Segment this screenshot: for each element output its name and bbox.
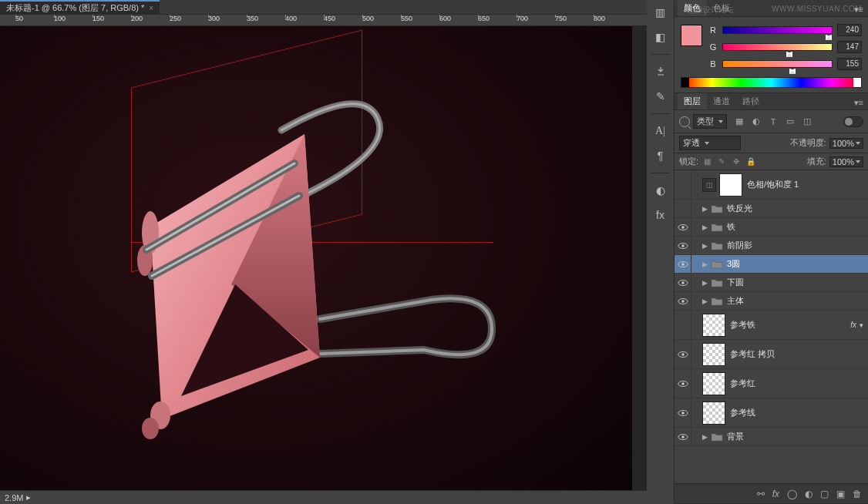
- svg-point-7: [681, 244, 685, 247]
- layer-mask-icon[interactable]: ◯: [787, 489, 797, 499]
- expand-arrow-icon[interactable]: ▶: [702, 297, 710, 305]
- close-icon[interactable]: ×: [149, 4, 153, 12]
- folder-icon: [710, 277, 724, 288]
- opacity-label: 不透明度:: [790, 137, 826, 149]
- layer-thumb: [702, 343, 725, 366]
- layer-row[interactable]: ▶铁: [675, 218, 868, 237]
- layer-name: 色相/饱和度 1: [747, 179, 863, 190]
- doc-size: 2.9M: [5, 493, 23, 502]
- lock-transparency-icon[interactable]: ▦: [701, 157, 712, 166]
- layer-name: 3圆: [727, 258, 863, 270]
- lock-label: 锁定:: [679, 156, 698, 167]
- adjustments-icon[interactable]: ◐: [651, 181, 671, 200]
- filter-pixel-icon[interactable]: ▦: [733, 116, 745, 127]
- expand-arrow-icon[interactable]: ▶: [702, 260, 710, 268]
- layer-row[interactable]: ▶主体: [675, 292, 868, 311]
- layer-name: 铁反光: [727, 203, 863, 214]
- tab-channels[interactable]: 通道: [707, 93, 736, 109]
- canvas-area[interactable]: [0, 26, 647, 490]
- navigator-icon[interactable]: ◧: [651, 28, 671, 46]
- mask-thumb: [719, 173, 742, 197]
- fill-label: 填充:: [807, 156, 826, 167]
- layer-row[interactable]: ▶3圆: [675, 255, 868, 274]
- visibility-icon[interactable]: [675, 255, 691, 273]
- r-value[interactable]: 240: [837, 24, 862, 36]
- lock-pixels-icon[interactable]: ✎: [716, 157, 727, 166]
- visibility-icon[interactable]: [675, 369, 691, 398]
- panel-menu-icon[interactable]: ▾≡: [849, 96, 868, 109]
- layer-row[interactable]: 参考红 拷贝: [675, 340, 868, 369]
- folder-icon: [710, 222, 724, 233]
- svg-point-15: [681, 353, 685, 356]
- tab-paths[interactable]: 路径: [736, 93, 765, 109]
- visibility-icon[interactable]: [675, 398, 691, 427]
- layer-row[interactable]: ▶铁反光: [675, 200, 868, 218]
- new-group-icon[interactable]: ▢: [820, 489, 829, 499]
- document-title: 未标题-1 @ 66.7% (图层 7, RGB/8) *: [6, 2, 144, 14]
- b-value[interactable]: 155: [837, 58, 862, 70]
- expand-arrow-icon[interactable]: ▶: [702, 279, 710, 287]
- brush-icon[interactable]: [651, 62, 671, 81]
- layer-row[interactable]: ▶前阴影: [675, 237, 868, 255]
- lock-position-icon[interactable]: ✥: [731, 157, 742, 166]
- layer-row[interactable]: ▶背景: [675, 428, 868, 446]
- filter-toggle[interactable]: [843, 116, 863, 127]
- layer-row[interactable]: ▶下圆: [675, 274, 868, 292]
- layer-row[interactable]: ◫色相/饱和度 1: [675, 170, 868, 200]
- paragraph-icon[interactable]: ¶: [651, 146, 671, 165]
- svg-point-5: [681, 226, 685, 229]
- b-slider[interactable]: [722, 60, 833, 68]
- expand-arrow-icon[interactable]: ▶: [702, 433, 710, 441]
- layer-name: 前阴影: [727, 240, 863, 251]
- g-slider[interactable]: [722, 43, 833, 51]
- expand-arrow-icon[interactable]: ▶: [702, 223, 710, 231]
- svg-point-21: [681, 435, 685, 438]
- filter-adjust-icon[interactable]: ◐: [750, 116, 762, 127]
- layer-thumb: [702, 372, 725, 395]
- search-icon[interactable]: [679, 116, 690, 127]
- visibility-icon[interactable]: [675, 218, 691, 236]
- lock-all-icon[interactable]: 🔒: [745, 157, 756, 166]
- visibility-icon[interactable]: [675, 340, 691, 368]
- visibility-icon[interactable]: [675, 428, 691, 445]
- opacity-value[interactable]: 100%: [829, 138, 863, 149]
- expand-arrow-icon[interactable]: ▶: [702, 205, 710, 213]
- blend-mode-dropdown[interactable]: 穿透: [679, 136, 741, 150]
- layer-name: 主体: [727, 295, 863, 307]
- histogram-icon[interactable]: ▥: [651, 3, 671, 22]
- layer-fx-icon[interactable]: fx: [772, 489, 779, 499]
- layer-row[interactable]: 参考铁fx▾: [675, 311, 868, 340]
- visibility-icon[interactable]: [675, 237, 691, 254]
- delete-layer-icon[interactable]: 🗑: [853, 489, 862, 499]
- visibility-icon[interactable]: [675, 274, 691, 291]
- watermark-url: WWW.MISSYUAN.COM: [772, 5, 862, 13]
- tab-layers[interactable]: 图层: [678, 93, 707, 109]
- visibility-icon[interactable]: [675, 170, 691, 199]
- link-layers-icon[interactable]: ⚯: [757, 489, 765, 499]
- expand-arrow-icon[interactable]: ▶: [702, 242, 710, 250]
- adjustment-layer-icon[interactable]: ◐: [805, 489, 812, 499]
- visibility-icon[interactable]: [675, 200, 691, 217]
- visibility-icon[interactable]: [675, 311, 691, 339]
- layer-row[interactable]: 参考红: [675, 369, 868, 398]
- layer-row[interactable]: 参考线: [675, 398, 868, 428]
- r-slider[interactable]: [722, 26, 833, 34]
- fx-badge[interactable]: fx: [850, 321, 856, 329]
- fill-value[interactable]: 100%: [829, 156, 863, 167]
- filter-shape-icon[interactable]: ▭: [784, 116, 796, 127]
- new-layer-icon[interactable]: ▣: [836, 489, 845, 499]
- styles-icon[interactable]: fx: [651, 206, 671, 224]
- foreground-color-swatch[interactable]: [681, 25, 702, 46]
- visibility-icon[interactable]: [675, 292, 691, 310]
- layer-name: 下圆: [727, 277, 863, 288]
- brush-presets-icon[interactable]: ✎: [651, 87, 671, 106]
- g-value[interactable]: 147: [837, 41, 862, 53]
- document-tab[interactable]: 未标题-1 @ 66.7% (图层 7, RGB/8) * ×: [0, 0, 160, 14]
- layer-thumb: [702, 314, 725, 337]
- filter-type-icon[interactable]: T: [767, 116, 779, 127]
- character-icon[interactable]: A|: [651, 122, 671, 140]
- filter-type-dropdown[interactable]: 类型: [693, 114, 727, 129]
- filter-smart-icon[interactable]: ◫: [801, 116, 813, 127]
- watermark-text: 思缘设计论坛: [688, 5, 734, 15]
- color-spectrum[interactable]: [681, 77, 862, 88]
